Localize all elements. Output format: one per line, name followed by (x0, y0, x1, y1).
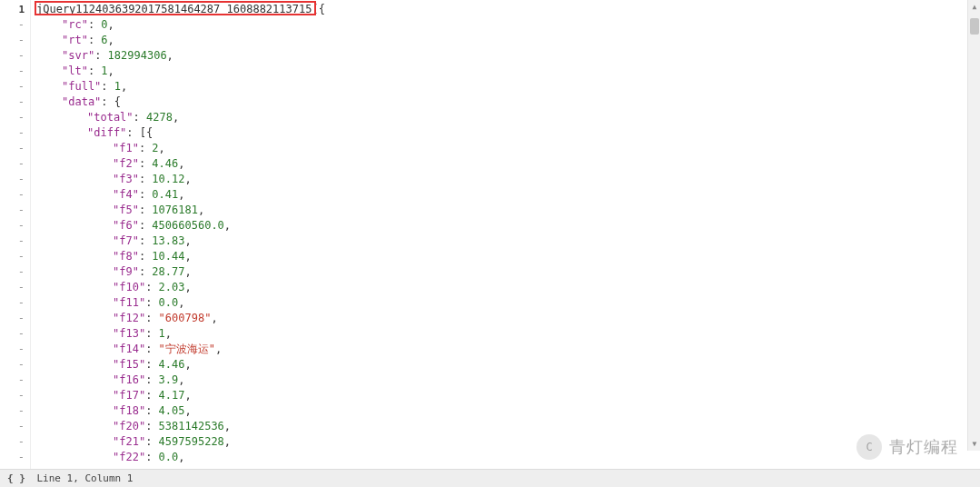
code-line[interactable]: "f16": 3.9, (36, 373, 980, 388)
fold-marker[interactable]: - (0, 187, 30, 203)
fold-marker[interactable]: - (0, 234, 30, 249)
gutter: 1 - - - - - - - - - - - - - - - - - - - … (0, 0, 31, 469)
scroll-up-icon[interactable]: ▲ (970, 2, 979, 12)
code-line[interactable]: "f9": 28.77, (36, 264, 980, 280)
code-line[interactable]: "f14": "宁波海运", (36, 342, 980, 357)
code-line[interactable]: "f8": 10.44, (36, 249, 980, 264)
code-line[interactable]: "f18": 4.05, (36, 403, 980, 419)
code-line[interactable]: "f17": 4.17, (36, 388, 980, 403)
editor-pane[interactable]: 1 - - - - - - - - - - - - - - - - - - - … (0, 0, 980, 469)
fold-marker[interactable]: - (0, 79, 30, 94)
code-area[interactable]: jQuery1124036392017581464287_16088821137… (31, 0, 980, 469)
code-line[interactable]: "total": 4278, (36, 110, 980, 125)
code-line[interactable]: "f10": 2.03, (36, 280, 980, 295)
code-line[interactable]: "f12": "600798", (36, 311, 980, 326)
fold-marker[interactable]: - (0, 295, 30, 311)
fold-marker[interactable]: - (0, 434, 30, 450)
fold-marker[interactable]: - (0, 110, 30, 125)
code-line[interactable]: "f4": 0.41, (36, 187, 980, 203)
code-line[interactable]: "f22": 0.0, (36, 450, 980, 465)
fold-marker[interactable]: - (0, 94, 30, 110)
fold-marker[interactable]: - (0, 249, 30, 264)
fold-marker[interactable]: - (0, 64, 30, 79)
scroll-thumb[interactable] (970, 18, 979, 35)
fold-marker[interactable]: - (0, 403, 30, 419)
code-line[interactable]: "f13": 1, (36, 326, 980, 342)
fold-marker[interactable]: - (0, 203, 30, 218)
scroll-down-icon[interactable]: ▼ (970, 439, 979, 449)
fold-marker[interactable]: - (0, 48, 30, 64)
line-number: 1 (0, 2, 30, 17)
fold-marker[interactable]: - (0, 156, 30, 172)
code-line[interactable]: "svr": 182994306, (36, 48, 980, 64)
fold-marker[interactable]: - (0, 373, 30, 388)
code-line[interactable]: jQuery1124036392017581464287_16088821137… (36, 2, 980, 17)
fold-marker[interactable]: - (0, 419, 30, 434)
braces-icon: { } (7, 472, 25, 484)
code-line[interactable]: "f3": 10.12, (36, 172, 980, 187)
code-line[interactable]: "data": { (36, 94, 980, 110)
fold-marker[interactable]: - (0, 450, 30, 465)
code-line[interactable]: "f5": 1076181, (36, 203, 980, 218)
code-line[interactable]: "f20": 5381142536, (36, 419, 980, 434)
fold-marker[interactable]: - (0, 280, 30, 295)
code-line[interactable]: "full": 1, (36, 79, 980, 94)
code-line[interactable]: "diff": [{ (36, 125, 980, 141)
cursor-position: Line 1, Column 1 (37, 472, 134, 484)
fold-marker[interactable]: - (0, 172, 30, 187)
fold-marker[interactable]: - (0, 326, 30, 342)
fold-marker[interactable]: - (0, 311, 30, 326)
code-line[interactable]: "f2": 4.46, (36, 156, 980, 172)
code-line[interactable]: "lt": 1, (36, 64, 980, 79)
code-line[interactable]: "f1": 2, (36, 141, 980, 156)
fold-marker[interactable]: - (0, 125, 30, 141)
code-line[interactable]: "f15": 4.46, (36, 357, 980, 373)
fold-marker[interactable]: - (0, 342, 30, 357)
fold-marker[interactable]: - (0, 218, 30, 234)
code-line[interactable]: "f6": 450660560.0, (36, 218, 980, 234)
code-line[interactable]: "rc": 0, (36, 17, 980, 33)
fold-marker[interactable]: - (0, 141, 30, 156)
code-line[interactable]: "f7": 13.83, (36, 234, 980, 249)
code-line[interactable]: "f11": 0.0, (36, 295, 980, 311)
code-line[interactable]: "rt": 6, (36, 33, 980, 48)
fold-marker[interactable]: - (0, 264, 30, 280)
status-bar: { } Line 1, Column 1 (0, 469, 980, 487)
fold-marker[interactable]: - (0, 388, 30, 403)
fold-marker[interactable]: - (0, 33, 30, 48)
fold-marker[interactable]: - (0, 17, 30, 33)
vertical-scrollbar[interactable]: ▲ ▼ (967, 0, 980, 451)
code-line[interactable]: "f21": 4597595228, (36, 434, 980, 450)
fold-marker[interactable]: - (0, 357, 30, 373)
